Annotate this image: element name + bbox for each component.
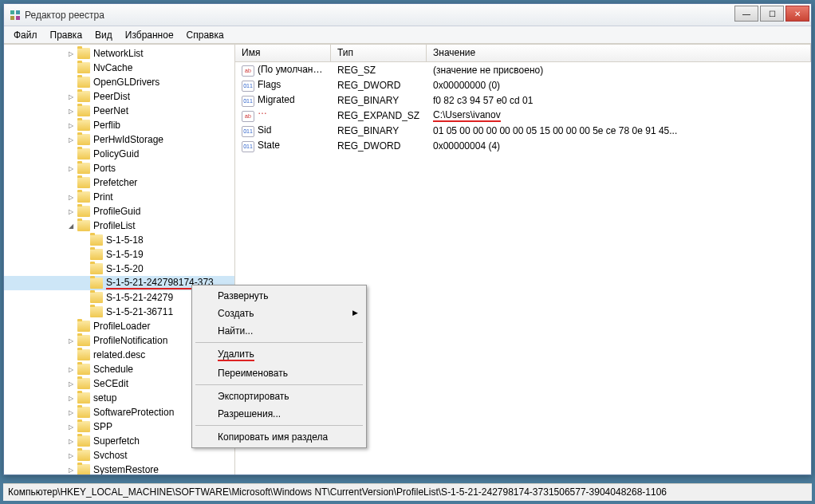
tree-node-profilelist[interactable]: ◢ProfileList <box>4 219 234 233</box>
cell-type: REG_BINARY <box>331 95 427 106</box>
tree-label: SoftwareProtection <box>92 407 174 418</box>
expander-icon[interactable]: ▷ <box>66 120 76 130</box>
expander-icon[interactable]: ▷ <box>66 422 76 431</box>
tree-node-s-1-5-20[interactable]: S-1-5-20 <box>4 262 234 276</box>
expander-icon[interactable]: ◢ <box>66 221 76 230</box>
binary-value-icon: 011 <box>242 81 254 92</box>
expander-icon <box>66 350 76 360</box>
tree-node-systemrestore[interactable]: ▷SystemRestore <box>4 463 234 474</box>
menu-edit[interactable]: Правка <box>44 27 89 43</box>
close-button[interactable]: ✕ <box>785 6 809 22</box>
expander-icon[interactable]: ▷ <box>66 379 76 388</box>
folder-icon <box>90 292 103 303</box>
tree-node-print[interactable]: ▷Print <box>4 190 234 204</box>
list-row[interactable]: 011SidREG_BINARY01 05 00 00 00 00 00 05 … <box>235 123 811 138</box>
tree-label: S-1-5-21-36711 <box>104 306 173 317</box>
tree-label: OpenGLDrivers <box>92 77 159 88</box>
column-type[interactable]: Тип <box>331 45 427 61</box>
folder-icon <box>77 435 90 447</box>
ctx-expand[interactable]: Развернуть <box>194 287 364 305</box>
tree-node-nvcache[interactable]: NvCache <box>4 61 234 75</box>
expander-icon[interactable]: ▷ <box>66 207 76 216</box>
tree-label: PolicyGuid <box>92 148 139 159</box>
expander-icon[interactable]: ▷ <box>66 451 76 460</box>
tree-node-perflib[interactable]: ▷Perflib <box>4 118 234 132</box>
column-name[interactable]: Имя <box>235 45 331 61</box>
folder-icon <box>77 378 90 389</box>
window-title: Редактор реестра <box>25 10 806 21</box>
tree-node-peerdist[interactable]: ▷PeerDist <box>4 89 234 104</box>
expander-icon[interactable]: ▷ <box>66 393 76 403</box>
ctx-delete[interactable]: Удалить <box>194 345 364 364</box>
expander-icon[interactable]: ▷ <box>66 135 76 144</box>
app-icon <box>9 9 22 22</box>
ctx-rename[interactable]: Переименовать <box>194 364 364 382</box>
expander-icon <box>79 250 89 259</box>
expander-icon[interactable]: ▷ <box>66 49 76 58</box>
string-value-icon: ab <box>242 65 254 77</box>
tree-label: SeCEdit <box>92 378 128 389</box>
folder-icon <box>77 421 90 432</box>
menu-view[interactable]: Вид <box>89 27 119 43</box>
statusbar: Компьютер\HKEY_LOCAL_MACHINE\SOFTWARE\Mi… <box>3 483 812 501</box>
cell-value: 01 05 00 00 00 00 00 05 15 00 00 00 5e c… <box>427 125 811 136</box>
expander-icon <box>79 264 89 274</box>
folder-icon <box>77 349 90 360</box>
expander-icon[interactable]: ▷ <box>66 465 76 474</box>
tree-node-opengldrivers[interactable]: OpenGLDrivers <box>4 75 234 89</box>
tree-node-svchost[interactable]: ▷Svchost <box>4 448 234 463</box>
maximize-button[interactable]: ☐ <box>760 6 784 22</box>
expander-icon[interactable]: ▷ <box>66 436 76 446</box>
list-row[interactable]: 011StateREG_DWORD0x00000004 (4) <box>235 138 811 153</box>
status-path: Компьютер\HKEY_LOCAL_MACHINE\SOFTWARE\Mi… <box>8 486 667 498</box>
tree-node-peernet[interactable]: ▷PeerNet <box>4 104 234 118</box>
expander-icon[interactable]: ▷ <box>66 336 76 345</box>
menu-favorites[interactable]: Избранное <box>119 27 180 43</box>
content-area: ▷NetworkListNvCacheOpenGLDrivers▷PeerDis… <box>4 44 811 474</box>
ctx-copy-key-name[interactable]: Копировать имя раздела <box>194 428 364 446</box>
ctx-create[interactable]: Создать▶ <box>194 305 364 322</box>
tree-node-perhwidstorage[interactable]: ▷PerHwIdStorage <box>4 132 234 147</box>
expander-icon[interactable]: ▷ <box>66 92 76 101</box>
tree-label: PeerNet <box>92 105 128 116</box>
folder-icon <box>77 450 90 461</box>
list-row[interactable]: abProfileImagePathREG_EXPAND_SZC:\Users\… <box>235 108 811 123</box>
tree-label: Ports <box>92 163 116 174</box>
tree-node-profileguid[interactable]: ▷ProfileGuid <box>4 204 234 219</box>
expander-icon[interactable]: ▷ <box>66 192 76 202</box>
ctx-export[interactable]: Экспортировать <box>194 388 364 405</box>
menu-file[interactable]: Файл <box>7 27 44 43</box>
folder-icon <box>77 321 90 332</box>
tree-node-s-1-5-19[interactable]: S-1-5-19 <box>4 247 234 262</box>
expander-icon[interactable]: ▷ <box>66 408 76 417</box>
tree-node-prefetcher[interactable]: Prefetcher <box>4 175 234 190</box>
tree-label: S-1-5-20 <box>104 263 144 274</box>
binary-value-icon: 011 <box>242 141 254 152</box>
expander-icon <box>66 149 76 159</box>
list-header: Имя Тип Значение <box>235 45 811 62</box>
tree-node-networklist[interactable]: ▷NetworkList <box>4 46 234 61</box>
list-row[interactable]: 011MigratedREG_BINARYf0 82 c3 94 57 e0 c… <box>235 93 811 108</box>
tree-label: Print <box>92 191 113 203</box>
cell-type: REG_DWORD <box>331 80 427 91</box>
expander-icon[interactable]: ▷ <box>66 364 76 374</box>
expander-icon[interactable]: ▷ <box>66 106 76 116</box>
expander-icon <box>66 77 76 87</box>
ctx-permissions[interactable]: Разрешения... <box>194 405 364 423</box>
column-value[interactable]: Значение <box>427 45 811 61</box>
list-row[interactable]: 011FlagsREG_DWORD0x00000000 (0) <box>235 77 811 93</box>
folder-icon <box>90 249 103 260</box>
tree-label: SystemRestore <box>92 464 159 474</box>
titlebar[interactable]: Редактор реестра — ☐ ✕ <box>4 4 811 26</box>
list-row[interactable]: ab(По умолчанию)REG_SZ(значение не присв… <box>235 62 811 77</box>
tree-node-ports[interactable]: ▷Ports <box>4 161 234 175</box>
tree-label: SPP <box>92 421 112 432</box>
tree-label: ProfileList <box>92 220 136 231</box>
tree-node-s-1-5-18[interactable]: S-1-5-18 <box>4 233 234 247</box>
menu-help[interactable]: Справка <box>180 27 230 43</box>
expander-icon[interactable]: ▷ <box>66 163 76 173</box>
tree-node-policyguid[interactable]: PolicyGuid <box>4 147 234 161</box>
folder-icon <box>77 407 90 418</box>
minimize-button[interactable]: — <box>734 6 758 22</box>
ctx-find[interactable]: Найти... <box>194 322 364 340</box>
